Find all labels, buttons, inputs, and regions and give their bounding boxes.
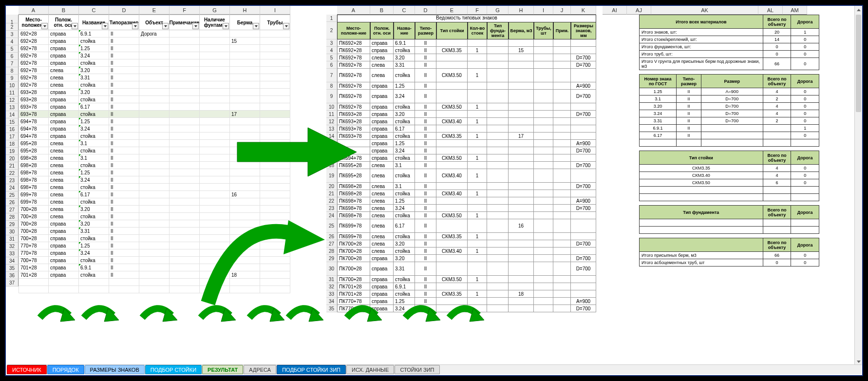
cell[interactable]: стойка xyxy=(79,198,109,206)
cell[interactable] xyxy=(436,147,468,154)
cell[interactable] xyxy=(230,52,260,59)
cell[interactable] xyxy=(200,198,230,206)
cell[interactable] xyxy=(553,240,571,248)
cell[interactable]: II xyxy=(109,235,139,242)
row-header-21[interactable]: 21 xyxy=(6,162,19,170)
row-header-9[interactable]: 9 xyxy=(326,90,337,103)
cell[interactable] xyxy=(487,276,509,283)
col-header-AK[interactable]: AK xyxy=(651,6,758,15)
cell[interactable]: справа xyxy=(49,235,79,242)
cell[interactable] xyxy=(170,213,200,220)
cell[interactable]: 16 xyxy=(509,219,534,233)
cell[interactable]: слева xyxy=(49,213,79,220)
cell[interactable]: справа xyxy=(370,140,394,147)
cell[interactable] xyxy=(487,162,509,169)
cell[interactable]: 3.31 xyxy=(79,228,109,235)
cell[interactable] xyxy=(571,276,596,283)
cell[interactable]: II xyxy=(109,52,139,59)
cell[interactable] xyxy=(436,39,468,47)
cell[interactable] xyxy=(200,96,230,103)
cell[interactable]: 3.20 xyxy=(79,89,109,96)
cell[interactable]: слева xyxy=(370,169,394,183)
row-header-7[interactable]: 7 xyxy=(326,69,337,82)
cell[interactable] xyxy=(468,140,487,147)
cell[interactable]: стойка xyxy=(394,276,415,283)
cell[interactable]: 3.24 xyxy=(394,205,415,212)
cell[interactable] xyxy=(260,228,290,235)
cell[interactable]: 17 xyxy=(230,111,260,118)
cell[interactable]: 698+78 xyxy=(19,184,49,191)
sheet-tab[interactable]: ПОДБОР СТОЙКИ ЗИП xyxy=(277,365,346,374)
cell[interactable] xyxy=(230,176,260,184)
row-header-25[interactable]: 25 xyxy=(326,219,337,233)
cell[interactable] xyxy=(200,103,230,111)
cell[interactable]: 1 xyxy=(468,69,487,82)
left-grid[interactable]: Место-положениПолож. отн. осиНазваниеТип… xyxy=(19,15,290,293)
cell[interactable] xyxy=(260,111,290,118)
cell[interactable] xyxy=(260,242,290,249)
cell[interactable] xyxy=(139,184,170,191)
cell[interactable] xyxy=(468,125,487,133)
cell[interactable] xyxy=(200,191,230,198)
row-header-27[interactable]: 27 xyxy=(6,206,19,213)
cell[interactable] xyxy=(534,90,553,103)
cell[interactable] xyxy=(200,30,230,38)
cell[interactable] xyxy=(509,190,534,197)
cell[interactable]: ПК698+28 xyxy=(337,190,370,197)
cell[interactable]: стойка xyxy=(394,248,415,255)
cell[interactable] xyxy=(509,103,534,111)
cell[interactable] xyxy=(230,81,260,89)
cell[interactable] xyxy=(468,205,487,212)
cell[interactable]: ПК770+78 xyxy=(337,298,370,305)
cell[interactable]: II xyxy=(415,140,436,147)
cell[interactable] xyxy=(436,197,468,205)
cell[interactable] xyxy=(468,147,487,154)
cell[interactable] xyxy=(436,183,468,190)
cell[interactable]: 3.1 xyxy=(394,162,415,169)
cell[interactable] xyxy=(260,67,290,74)
cell[interactable] xyxy=(553,233,571,240)
cell[interactable]: II xyxy=(109,59,139,67)
cell[interactable] xyxy=(509,233,534,240)
cell[interactable]: ПК693+78 xyxy=(337,133,370,140)
cell[interactable] xyxy=(139,162,170,169)
cell[interactable]: 3.24 xyxy=(79,249,109,257)
row-header-11[interactable]: 11 xyxy=(6,89,19,96)
sheet-tab[interactable]: ИСТОЧНИК xyxy=(7,365,47,374)
cell[interactable] xyxy=(571,39,596,47)
col-header-AM[interactable]: AM xyxy=(783,6,807,15)
cell[interactable]: 694+78 xyxy=(19,118,49,125)
cell[interactable] xyxy=(534,190,553,197)
cell[interactable] xyxy=(139,257,170,264)
row-header-34[interactable]: 34 xyxy=(6,257,19,265)
cell[interactable] xyxy=(487,169,509,183)
cell[interactable]: справа xyxy=(49,96,79,103)
cell[interactable]: 698+28 xyxy=(19,162,49,169)
row-header-24[interactable]: 24 xyxy=(326,212,337,219)
cell[interactable] xyxy=(436,125,468,133)
cell[interactable] xyxy=(230,162,260,169)
cell[interactable]: 3.20 xyxy=(79,220,109,228)
cell[interactable] xyxy=(571,212,596,219)
cell[interactable]: стойка xyxy=(79,271,109,279)
cell[interactable] xyxy=(200,154,230,162)
cell[interactable]: слева xyxy=(49,140,79,147)
cell[interactable] xyxy=(436,82,468,90)
cell[interactable] xyxy=(230,220,260,228)
cell[interactable] xyxy=(230,125,260,133)
cell[interactable] xyxy=(170,140,200,147)
row-header-22[interactable]: 22 xyxy=(326,197,337,205)
left-header-cell[interactable]: Типоразмер xyxy=(109,15,139,30)
cell[interactable] xyxy=(553,283,571,290)
sheet-tab[interactable]: ПОРЯДОК xyxy=(47,365,84,374)
cell[interactable]: ПК692+78 xyxy=(337,90,370,103)
cell[interactable] xyxy=(260,162,290,169)
cell[interactable]: слева xyxy=(370,240,394,248)
cell[interactable] xyxy=(534,240,553,248)
row-header-13[interactable]: 13 xyxy=(326,125,337,133)
row-header-33[interactable]: 33 xyxy=(6,250,19,257)
cell[interactable]: 1 xyxy=(468,212,487,219)
cell[interactable] xyxy=(200,249,230,257)
cell[interactable] xyxy=(468,283,487,290)
cell[interactable] xyxy=(553,125,571,133)
